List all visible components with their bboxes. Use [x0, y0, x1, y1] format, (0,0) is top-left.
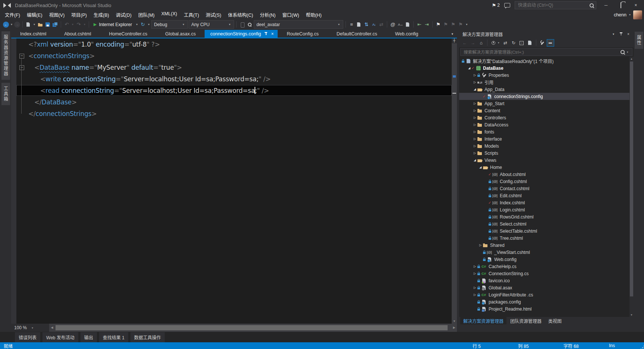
tree-item-selecttable-cshtml[interactable]: SelectTable.cshtml [459, 227, 634, 235]
code-line-7[interactable]: </connectionStrings> [11, 108, 452, 119]
solution-configuration-combo-dropdown-icon[interactable]: ▾ [181, 23, 185, 26]
tree-expander-icon[interactable]: ▷ [473, 109, 477, 112]
tree-item-scripts[interactable]: ▷Scripts [459, 150, 634, 157]
pending-changes-filter-button[interactable] [490, 39, 497, 47]
tab-homecontroller-cs[interactable]: HomeController.cs [100, 30, 156, 38]
tree-expander-icon[interactable]: ▷ [473, 293, 477, 296]
tree-expander-icon[interactable]: ◢ [473, 88, 477, 91]
tree-item-project-readme-html[interactable]: Project_Readme.html [459, 305, 634, 312]
sync-with-active-document-button[interactable]: ⇄ [502, 39, 509, 47]
code-line-2[interactable]: −<connectionStrings> [11, 50, 452, 62]
pin-icon[interactable] [617, 31, 625, 37]
tab-defaultcontroller-cs[interactable]: DefaultController.cs [328, 30, 386, 38]
navigate-back-button[interactable]: ← [3, 22, 9, 28]
close-panel-icon[interactable]: × [625, 31, 632, 37]
fold-toggle-icon[interactable]: − [19, 65, 24, 70]
tab-connectionstrings-config[interactable]: connectionStrings.config× [205, 30, 278, 38]
tab-web-config[interactable]: Web.config [386, 30, 427, 38]
tree-item-properties[interactable]: ▷Properties [459, 72, 634, 79]
menu-item-analyze[interactable]: 分析(N) [256, 10, 279, 19]
tree-item-dataaccess[interactable]: ▷DataAccess [459, 121, 634, 128]
tree-item-models[interactable]: ▷Models [459, 142, 634, 150]
save-all-button[interactable] [52, 21, 59, 28]
scroll-down-icon[interactable]: ▼ [452, 320, 457, 323]
preview-selected-items-button[interactable] [547, 39, 554, 47]
search-options-dropdown-icon[interactable]: ▾ [627, 51, 630, 54]
panel-tab-class-view[interactable]: 类视图 [545, 317, 565, 325]
menu-item-project[interactable]: 项目(P) [68, 10, 90, 19]
account-dropdown-icon[interactable]: ▾ [629, 13, 631, 16]
toolbar-overflow-dropdown[interactable]: ▾ [465, 23, 468, 26]
solution-platform-combo[interactable]: Any CPU▾ [189, 20, 234, 29]
tree-expander-icon[interactable]: ▷ [473, 151, 477, 155]
tree-expander-icon[interactable]: ▷ [473, 123, 477, 126]
tree-expander-icon[interactable]: ◢ [473, 158, 477, 162]
zoom-dropdown-icon[interactable]: ▾ [31, 326, 34, 330]
pin-icon[interactable] [264, 32, 268, 36]
code-line-5[interactable]: <read connectionString="Server=localhost… [11, 85, 452, 96]
tab-index-cshtml[interactable]: Index.cshtml [11, 30, 55, 38]
tree-item-config-cshtml[interactable]: Config.cshtml [459, 178, 634, 185]
tree-item-cachehelp-cs[interactable]: ▷CacheHelp.cs [459, 263, 634, 270]
code-line-4[interactable]: <write connectionString="Server=localhos… [11, 73, 452, 85]
menu-item-window[interactable]: 窗口(W) [279, 10, 303, 19]
tree-expander-icon[interactable]: ◢ [478, 166, 483, 169]
tree-item-about-cshtml[interactable]: ✓About.cshtml [459, 171, 634, 178]
editor-vertical-scrollbar[interactable]: ╋ ▼ [452, 38, 457, 324]
code-editor[interactable]: <?xml version="1.0" encoding="utf-8" ?>−… [11, 38, 457, 324]
tree-expander-icon[interactable]: ◢ [467, 66, 471, 70]
open-file-button[interactable] [37, 21, 44, 28]
tree-item-interface[interactable]: ▷Interface [459, 135, 634, 142]
solution-configuration-combo[interactable]: Debug▾ [151, 20, 188, 29]
tab-routeconfig-cs[interactable]: RouteConfig.cs [278, 30, 327, 38]
new-file-dropdown[interactable]: ▾ [32, 23, 36, 26]
autohide-tab-toolbox[interactable]: 工具箱 [1, 83, 10, 105]
tree-item-home[interactable]: ◢Home [459, 164, 634, 171]
navigate-back-dropdown[interactable]: ▾ [10, 23, 13, 26]
tab-about-cshtml[interactable]: About.cshtml [55, 30, 100, 38]
tree-item-shared[interactable]: ▷Shared [459, 242, 634, 249]
find-in-files-button[interactable] [246, 21, 253, 28]
toolbar-search-combo-dropdown-icon[interactable]: ▾ [337, 23, 341, 26]
xml-sort-button[interactable]: A↓ [370, 21, 377, 28]
tree-item-[interactable]: ▷引用 [459, 79, 634, 86]
browser-link-refresh-dropdown[interactable]: ▾ [147, 23, 151, 26]
format-document-button[interactable]: A→ [397, 21, 404, 28]
scroll-down-icon[interactable]: ▼ [629, 314, 634, 316]
restore-button[interactable] [616, 3, 626, 8]
toolbar-search-combo[interactable]: deel_avatar▾ [254, 20, 343, 29]
solution-search-box[interactable]: ▾ [460, 48, 632, 56]
code-area[interactable]: <?xml version="1.0" encoding="utf-8" ?>−… [11, 38, 452, 119]
tree-item-packages-config[interactable]: packages.config [459, 298, 634, 305]
tree-item-fonts[interactable]: ▷fonts [459, 128, 634, 135]
notifications-button[interactable]: ⚑ 2 [492, 3, 500, 8]
tree-expander-icon[interactable]: ▷ [473, 272, 477, 275]
autohide-tab-properties[interactable]: 属性 [635, 32, 643, 49]
quick-launch-input[interactable] [517, 2, 587, 8]
panel-tab-team-explorer[interactable]: 团队资源管理器 [507, 317, 544, 325]
bottom-tab-output[interactable]: 输出 [80, 332, 97, 342]
menu-item-edit[interactable]: 编辑(E) [23, 10, 46, 19]
scroll-up-icon[interactable]: ▲ [629, 57, 634, 60]
tree-item-global-asax[interactable]: ▷Global.asax [459, 284, 634, 291]
tree-item-database[interactable]: ◢✓DataBase [459, 65, 634, 72]
xml-member-list-button[interactable]: ≡ [348, 21, 355, 28]
decrease-indent-button[interactable]: ⇤ [416, 21, 423, 28]
tree-expander-icon[interactable]: ▷ [473, 81, 477, 84]
solution-search-input[interactable] [463, 50, 618, 55]
tree-expander-icon[interactable]: ▷ [473, 265, 477, 268]
home-button[interactable]: ⌂ [477, 39, 485, 47]
tree-expander-icon[interactable]: ▷ [473, 144, 477, 148]
scroll-right-icon[interactable]: ▶ [451, 324, 457, 332]
browser-select-dropdown[interactable]: ▾ [135, 23, 139, 26]
bottom-tab-data-tools-operations[interactable]: 数据工具操作 [130, 332, 165, 342]
menu-item-build[interactable]: 生成(B) [90, 10, 113, 19]
new-file-button[interactable] [25, 21, 32, 28]
solution-platform-combo-dropdown-icon[interactable]: ▾ [228, 23, 231, 26]
tree-expander-icon[interactable]: ▷ [473, 116, 477, 119]
tree-item-viewstart-cshtml[interactable]: _ViewStart.cshtml [459, 249, 634, 256]
close-button[interactable]: × [631, 3, 641, 8]
tree-item-controllers[interactable]: ▷Controllers [459, 114, 634, 121]
horizontal-scroll-thumb[interactable] [56, 325, 448, 330]
toggle-bookmark-button[interactable]: ⚑ [435, 21, 442, 28]
